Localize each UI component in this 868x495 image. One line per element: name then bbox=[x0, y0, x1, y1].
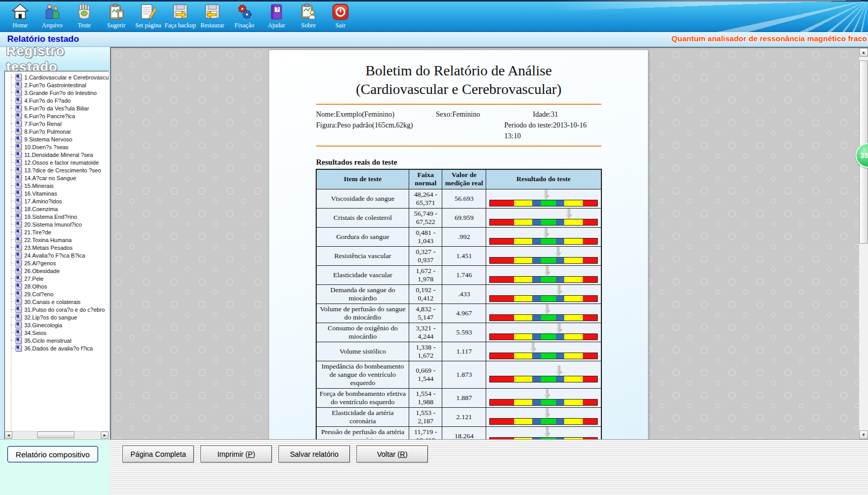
bar-segment bbox=[490, 419, 514, 424]
tree-item-27[interactable]: 27.Pele bbox=[7, 275, 109, 282]
voltar-button[interactable]: Voltar (R) bbox=[357, 445, 428, 462]
record-doc-icon bbox=[16, 128, 22, 135]
record-doc-icon bbox=[16, 298, 22, 305]
scroll-down-button[interactable]: ▼ bbox=[859, 430, 868, 439]
tree-item-6[interactable]: 6.Fun?o Pancre?ica bbox=[7, 112, 109, 120]
floating-green-badge[interactable]: 35 bbox=[856, 143, 868, 168]
toolbar-item-faca-backup[interactable]: Faça backup bbox=[164, 2, 196, 31]
disk-arrow-left-icon bbox=[204, 3, 221, 21]
tree-item-17[interactable]: 17.Amino?idos bbox=[7, 197, 109, 205]
tree-item-4[interactable]: 4.Fun?o do F?ado bbox=[7, 97, 109, 104]
result-pointer-icon bbox=[544, 266, 550, 277]
tree-item-label: 33.Ginecologia bbox=[24, 322, 62, 328]
toolbar-item-fixacao[interactable]: Fixação bbox=[228, 2, 260, 31]
cell-range: 1,554 - 1,988 bbox=[409, 388, 442, 407]
cell-result bbox=[486, 342, 601, 361]
tree-item-label: 34.Seios bbox=[24, 330, 47, 336]
bar-segment bbox=[556, 258, 565, 263]
scroll-left-button[interactable]: ◄ bbox=[5, 432, 12, 439]
toolbar-item-sobre[interactable]: Sobre bbox=[292, 2, 324, 31]
tree-item-18[interactable]: 18.Coenzima bbox=[7, 205, 109, 213]
tree-item-9[interactable]: 9.Sistema Nervoso bbox=[7, 135, 109, 143]
composite-report-button[interactable]: Relatório compositivo bbox=[7, 446, 98, 462]
tree-item-3[interactable]: 3.Grande Fun?o do Intestino bbox=[7, 89, 109, 97]
tree-item-12[interactable]: 12.Ossos e factor reumatoide bbox=[7, 158, 109, 166]
tree-item-10[interactable]: 10.Doen?s ?seas bbox=[7, 143, 109, 151]
tree-item-2[interactable]: 2.Fun?o Gastrointestinal bbox=[7, 81, 109, 89]
pagina-completa-button[interactable]: Página Completa bbox=[122, 445, 194, 462]
tree-horizontal-scrollbar[interactable]: ◄ ► bbox=[5, 431, 109, 439]
tree-item-32[interactable]: 32.Lip?os do sangue bbox=[7, 313, 109, 321]
toolbar-item-teste[interactable]: Teste bbox=[68, 2, 100, 31]
tree-item-36[interactable]: 36.Dados de avalia?o f?ica bbox=[7, 344, 109, 352]
result-color-bar bbox=[489, 399, 598, 406]
tree-item-8[interactable]: 8.Fun?o Pulmonar bbox=[7, 127, 109, 135]
tree-item-5[interactable]: 5.Fun?o da Ves?ula Biliar bbox=[7, 104, 109, 112]
cell-range: 1,338 - 1,672 bbox=[409, 342, 442, 361]
page-title: Relatório testado bbox=[0, 34, 79, 44]
table-header-row: Item de teste Faixa normal Valor de medi… bbox=[316, 169, 601, 189]
result-pointer-icon bbox=[544, 408, 550, 419]
bar-segment bbox=[556, 376, 565, 382]
tree-item-label: 26.Obesidade bbox=[24, 268, 60, 274]
report-vertical-scrollbar[interactable]: ▲ ▼ bbox=[859, 48, 868, 439]
tree-item-25[interactable]: 25.Al?genos bbox=[7, 259, 109, 267]
bar-segment bbox=[514, 200, 532, 206]
cell-item: Volume sistólico bbox=[316, 342, 409, 361]
toolbar-item-restaurar[interactable]: Restaurar bbox=[196, 2, 228, 31]
record-doc-icon bbox=[16, 229, 22, 235]
cell-item: Cristais de colesterol bbox=[316, 208, 409, 227]
toolbar-item-ajudar[interactable]: ? Ajudar bbox=[260, 2, 292, 31]
toolbar-item-label: Teste bbox=[78, 22, 90, 29]
bar-segment bbox=[583, 334, 597, 340]
tree-item-label: 1.Cardiovascular e Cerebrovascu bbox=[24, 74, 109, 81]
bar-segment bbox=[514, 400, 532, 405]
tree-item-24[interactable]: 24.Avalia?o F?ica B?ica bbox=[7, 251, 109, 259]
toolbar-item-label: Sobre bbox=[301, 22, 316, 29]
tree-item-label: 24.Avalia?o F?ica B?ica bbox=[24, 252, 85, 259]
tree-item-33[interactable]: 33.Ginecologia bbox=[7, 321, 109, 329]
toolbar-item-sugerir[interactable]: Sugerir bbox=[100, 2, 132, 31]
bar-segment bbox=[564, 258, 582, 263]
tree-item-23[interactable]: 23.Metais Pesados bbox=[7, 244, 109, 251]
tree-item-30[interactable]: 30.Canais e colaterais bbox=[7, 298, 109, 306]
tree-item-16[interactable]: 16.Vitaminas bbox=[7, 189, 109, 197]
tree-item-7[interactable]: 7.Fun?o Renal bbox=[7, 120, 109, 127]
bar-segment bbox=[583, 296, 597, 301]
tree-item-31[interactable]: 31.Pulso do cora?o e do c?ebro bbox=[7, 306, 109, 313]
scroll-right-button[interactable]: ► bbox=[101, 432, 109, 439]
tree-item-11[interactable]: 11.Densidade Mineral ?sea bbox=[7, 151, 109, 158]
tree-item-label: 32.Lip?os do sangue bbox=[24, 314, 77, 321]
tree-item-1[interactable]: 1.Cardiovascular e Cerebrovascu bbox=[7, 73, 109, 81]
cell-result bbox=[486, 407, 601, 426]
bar-segment bbox=[541, 334, 556, 340]
tree-item-29[interactable]: 29.Col?eno bbox=[7, 290, 109, 298]
tree-item-22[interactable]: 22.Toxina Humana bbox=[7, 236, 109, 244]
record-doc-icon bbox=[16, 136, 22, 142]
cell-value: 4.967 bbox=[442, 304, 486, 323]
record-tree: 1.Cardiovascular e Cerebrovascu 2.Fun?o … bbox=[5, 71, 109, 431]
bar-segment bbox=[564, 353, 582, 359]
salvar-relatorio-button[interactable]: Salvar relatório bbox=[278, 445, 350, 462]
imprimir-button[interactable]: Imprimir (P) bbox=[200, 445, 272, 462]
toolbar-item-set-pagina[interactable]: Set página bbox=[132, 2, 164, 31]
tree-item-13[interactable]: 13.?dice de Crescimento ?seo bbox=[7, 166, 109, 174]
toolbar-item-arquivo[interactable]: Arquivo bbox=[36, 2, 68, 31]
hscroll-thumb[interactable] bbox=[37, 432, 74, 438]
tree-item-15[interactable]: 15.Minerais bbox=[7, 182, 109, 189]
scroll-up-button[interactable]: ▲ bbox=[859, 48, 868, 57]
result-pointer-icon bbox=[544, 427, 550, 438]
cell-range: 11,719 - 18,418 bbox=[409, 426, 442, 439]
tree-item-35[interactable]: 35.Ciclo menstrual bbox=[7, 337, 109, 344]
tree-item-21[interactable]: 21.Tire?de bbox=[7, 228, 109, 236]
toolbar-item-home[interactable]: Home bbox=[4, 2, 36, 31]
tree-item-28[interactable]: 28.Olhos bbox=[7, 282, 109, 290]
tree-item-19[interactable]: 19.Sistema End?rino bbox=[7, 213, 109, 220]
tree-item-34[interactable]: 34.Seios bbox=[7, 329, 109, 337]
result-color-bar bbox=[489, 437, 598, 440]
tree-item-26[interactable]: 26.Obesidade bbox=[7, 267, 109, 275]
tree-item-20[interactable]: 20.Sistema Imunol?ico bbox=[7, 220, 109, 228]
tree-item-14[interactable]: 14.A?car no Sangue bbox=[7, 174, 109, 182]
tree-item-label: 12.Ossos e factor reumatoide bbox=[24, 159, 99, 166]
toolbar-item-sair[interactable]: Sair bbox=[324, 2, 357, 31]
